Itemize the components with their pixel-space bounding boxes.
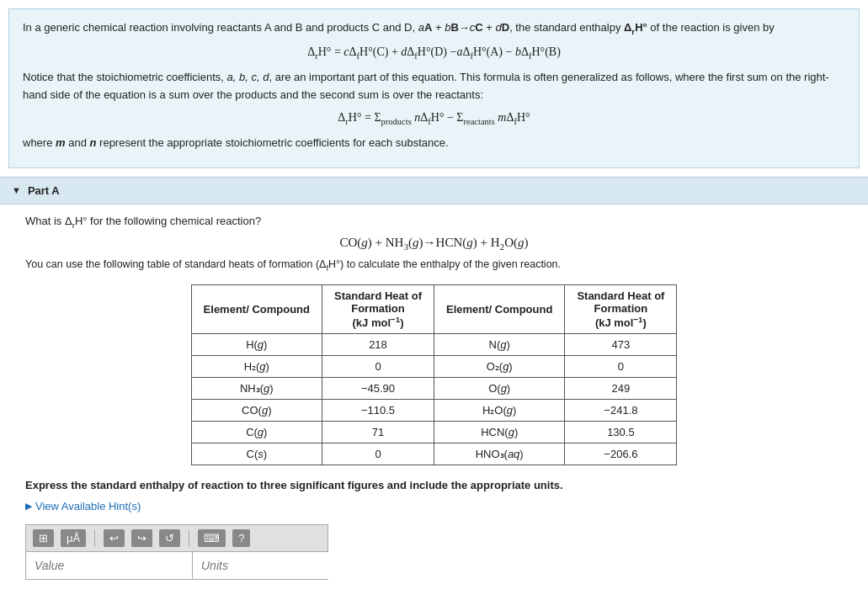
- formula1: ΔrH° = cΔfH°(C) + dΔfH°(D) −aΔfH°(A) − b…: [23, 43, 845, 64]
- refresh-button[interactable]: ↺: [159, 529, 180, 547]
- heat-value-2: 473: [565, 334, 677, 356]
- grid-button[interactable]: ⊞: [33, 529, 54, 547]
- heat-value-1: −45.90: [322, 378, 434, 400]
- where-text: where m and n represent the appropriate …: [23, 135, 845, 152]
- heat-value-1: 0: [322, 356, 434, 378]
- heat-value-2: 130.5: [565, 422, 677, 443]
- element-compound-1: C(s): [191, 443, 322, 465]
- reaction-equation: CO(g) + NH3(g)→HCN(g) + H2O(g): [25, 236, 843, 252]
- element-compound-1: C(g): [191, 422, 322, 443]
- table-row: H₂(g)0O₂(g)0: [191, 356, 677, 378]
- grid-icon: ⊞: [39, 532, 48, 544]
- collapse-arrow[interactable]: ▼: [12, 185, 21, 195]
- redo-button[interactable]: ↪: [131, 529, 152, 547]
- part-a-label: Part A: [28, 184, 60, 197]
- heat-value-1: −110.5: [322, 400, 434, 422]
- help-button[interactable]: ?: [232, 529, 250, 547]
- answer-toolbar: ⊞ μÅ ↩ ↪ ↺ ⌨ ?: [25, 524, 328, 551]
- element-compound-2: HCN(g): [434, 422, 565, 443]
- element-compound-1: CO(g): [191, 400, 322, 422]
- express-instruction: Express the standard enthalpy of reactio…: [25, 479, 843, 491]
- intro-text: In a generic chemical reaction involving…: [23, 19, 845, 38]
- part-a-content: What is ΔrH° for the following chemical …: [0, 204, 868, 590]
- part-a-header: ▼ Part A: [0, 177, 868, 204]
- heat-value-2: −206.6: [565, 443, 677, 465]
- undo-button[interactable]: ↩: [104, 529, 125, 547]
- mu-label: μÅ: [67, 532, 80, 544]
- mu-button[interactable]: μÅ: [61, 529, 86, 547]
- notice-text: Notice that the stoichiometric coefficie…: [23, 69, 845, 104]
- col1-header: Element/ Compound: [191, 284, 322, 333]
- heat-value-1: 0: [322, 443, 434, 465]
- heat-value-2: 249: [565, 378, 677, 400]
- element-compound-1: H₂(g): [191, 356, 322, 378]
- formula2: ΔrH° = Σproducts nΔfH° − Σreactants mΔfH…: [23, 109, 845, 130]
- col4-header: Standard Heat ofFormation(kJ mol−1): [565, 284, 677, 333]
- table-row: C(g)71HCN(g)130.5: [191, 422, 677, 443]
- formation-table: Element/ Compound Standard Heat ofFormat…: [191, 284, 678, 465]
- question-text: What is ΔrH° for the following chemical …: [25, 215, 843, 230]
- hint-toggle[interactable]: ▶ View Available Hint(s): [25, 500, 843, 512]
- table-note: You can use the following table of stand…: [25, 258, 843, 273]
- col3-header: Element/ Compound: [434, 284, 565, 333]
- units-input[interactable]: [193, 552, 359, 579]
- heat-value-2: 0: [565, 356, 677, 378]
- table-row: CO(g)−110.5H₂O(g)−241.8: [191, 400, 677, 422]
- hint-label: View Available Hint(s): [35, 500, 141, 512]
- value-input[interactable]: [26, 552, 193, 579]
- answer-inputs: [25, 551, 328, 580]
- toolbar-separator: [94, 530, 95, 547]
- info-box: In a generic chemical reaction involving…: [8, 8, 860, 168]
- element-compound-2: N(g): [434, 334, 565, 356]
- hint-arrow: ▶: [25, 501, 32, 512]
- element-compound-1: H(g): [191, 334, 322, 356]
- element-compound-2: HNO₃(aq): [434, 443, 565, 465]
- table-row: NH₃(g)−45.90O(g)249: [191, 378, 677, 400]
- element-compound-1: NH₃(g): [191, 378, 322, 400]
- heat-value-1: 218: [322, 334, 434, 356]
- heat-value-2: −241.8: [565, 400, 677, 422]
- table-row: H(g)218N(g)473: [191, 334, 677, 356]
- heat-value-1: 71: [322, 422, 434, 443]
- keyboard-button[interactable]: ⌨: [198, 529, 226, 547]
- table-row: C(s)0HNO₃(aq)−206.6: [191, 443, 677, 465]
- element-compound-2: O₂(g): [434, 356, 565, 378]
- element-compound-2: O(g): [434, 378, 565, 400]
- col2-header: Standard Heat ofFormation(kJ mol−1): [322, 284, 434, 333]
- element-compound-2: H₂O(g): [434, 400, 565, 422]
- toolbar-separator2: [189, 530, 189, 547]
